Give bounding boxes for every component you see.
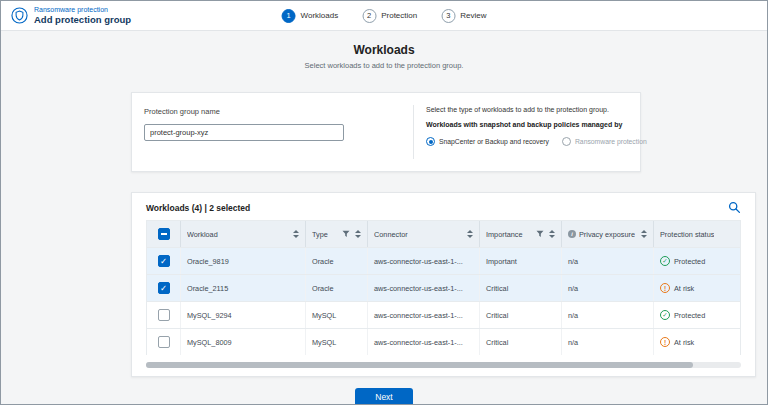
workload-type-prompt: Select the type of workloads to add to t… (426, 106, 628, 113)
table-row[interactable]: MySQL_9294 MySQL aws-connector-us-east-1… (147, 301, 740, 328)
connector-cell: aws-connector-us-east-1-... (368, 329, 480, 355)
privacy-exposure-cell: n/a (562, 329, 654, 355)
column-header-workload: Workload (181, 221, 306, 247)
protection-status-cell: Protected (654, 302, 740, 328)
privacy-exposure-cell: n/a (562, 275, 654, 301)
privacy-exposure-cell: n/a (562, 248, 654, 274)
radio-label: SnapCenter or Backup and recovery (439, 138, 549, 145)
protection-group-name-label: Protection group name (144, 107, 401, 116)
select-all-checkbox[interactable] (158, 228, 170, 240)
main-content: Workloads Select workloads to add to the… (1, 31, 767, 405)
type-cell: Oracle (306, 248, 368, 274)
step-2-label: Protection (381, 11, 417, 20)
row-checkbox[interactable] (158, 255, 170, 267)
importance-cell: Critical (480, 329, 562, 355)
workloads-table: Workload Type Connector Importance (146, 220, 741, 355)
sort-icon[interactable] (549, 230, 555, 238)
select-all-cell (147, 221, 181, 247)
connector-cell: aws-connector-us-east-1-... (368, 302, 480, 328)
footer: Next (1, 388, 767, 405)
workload-cell: MySQL_8009 (181, 329, 306, 355)
protection-status-cell: At risk (654, 275, 740, 301)
radio-label: Ransomware protection (575, 138, 647, 145)
table-toolbar: Workloads (4) | 2 selected (132, 193, 755, 220)
connector-cell: aws-connector-us-east-1-... (368, 275, 480, 301)
column-header-protection-status: Protection status (654, 221, 740, 247)
next-button[interactable]: Next (355, 388, 412, 405)
row-checkbox[interactable] (158, 309, 170, 321)
row-checkbox[interactable] (158, 336, 170, 348)
app-title: Ransomware protection (34, 6, 131, 14)
protected-icon (660, 256, 670, 266)
protected-icon (660, 310, 670, 320)
page-title: Add protection group (34, 14, 131, 25)
at-risk-icon (660, 283, 670, 293)
table-row[interactable]: MySQL_8009 MySQL aws-connector-us-east-1… (147, 328, 740, 355)
workloads-table-card: Workloads (4) | 2 selected Workload Type (131, 192, 756, 377)
table-row[interactable]: Oracle_2115 Oracle aws-connector-us-east… (147, 274, 740, 301)
radio-button (562, 137, 571, 146)
sort-icon[interactable] (355, 230, 361, 238)
type-cell: MySQL (306, 302, 368, 328)
status-label: At risk (674, 338, 694, 347)
privacy-exposure-cell: n/a (562, 302, 654, 328)
workload-type-section: Select the type of workloads to add to t… (414, 105, 628, 159)
radio-ransomware-protection[interactable]: Ransomware protection (562, 137, 647, 146)
workload-cell: MySQL_9294 (181, 302, 306, 328)
protection-status-cell: Protected (654, 248, 740, 274)
status-label: Protected (674, 311, 705, 320)
managed-by-radio-group: SnapCenter or Backup and recovery Ransom… (426, 137, 628, 146)
section-subtitle: Select workloads to add to the protectio… (1, 61, 767, 70)
type-cell: MySQL (306, 329, 368, 355)
table-row[interactable]: Oracle_9819 Oracle aws-connector-us-east… (147, 247, 740, 274)
step-3-label: Review (460, 11, 486, 20)
workload-cell: Oracle_2115 (181, 275, 306, 301)
filter-icon[interactable] (342, 230, 350, 238)
scrollbar-thumb[interactable] (146, 362, 693, 368)
step-3-circle: 3 (441, 9, 455, 23)
radio-snapcenter-backup-recovery[interactable]: SnapCenter or Backup and recovery (426, 137, 549, 146)
step-workloads[interactable]: 1 Workloads (282, 9, 339, 23)
at-risk-icon (660, 337, 670, 347)
sort-icon[interactable] (293, 230, 299, 238)
managed-by-label: Workloads with snapshot and backup polic… (426, 121, 628, 128)
column-header-importance: Importance (480, 221, 562, 247)
stepper: 1 Workloads 2 Protection 3 Review (282, 1, 487, 30)
column-header-connector: Connector (368, 221, 480, 247)
connector-cell: aws-connector-us-east-1-... (368, 248, 480, 274)
column-header-type: Type (306, 221, 368, 247)
step-protection[interactable]: 2 Protection (362, 9, 417, 23)
table-summary: Workloads (4) | 2 selected (146, 203, 250, 213)
protection-group-name-input[interactable] (144, 124, 344, 141)
step-2-circle: 2 (362, 9, 376, 23)
status-label: Protected (674, 257, 705, 266)
importance-cell: Critical (480, 275, 562, 301)
workload-cell: Oracle_9819 (181, 248, 306, 274)
step-1-label: Workloads (301, 11, 339, 20)
top-bar: Ransomware protection Add protection gro… (1, 1, 767, 31)
filter-icon[interactable] (536, 230, 544, 238)
title-block: Ransomware protection Add protection gro… (34, 6, 131, 25)
radio-button (426, 137, 435, 146)
horizontal-scrollbar[interactable] (146, 362, 741, 368)
protection-group-form-card: Protection group name Select the type of… (131, 92, 641, 172)
type-cell: Oracle (306, 275, 368, 301)
row-checkbox[interactable] (158, 282, 170, 294)
column-header-privacy-exposure: Privacy exposure (562, 221, 654, 247)
info-icon[interactable] (568, 230, 576, 238)
table-header-row: Workload Type Connector Importance (147, 221, 740, 247)
add-protection-group-screen: Ransomware protection Add protection gro… (0, 0, 768, 405)
sort-icon[interactable] (467, 230, 473, 238)
step-review[interactable]: 3 Review (441, 9, 486, 23)
section-title: Workloads (1, 43, 767, 57)
importance-cell: Critical (480, 302, 562, 328)
step-1-circle: 1 (282, 9, 296, 23)
importance-cell: Important (480, 248, 562, 274)
brand: Ransomware protection Add protection gro… (11, 6, 131, 25)
sort-icon[interactable] (641, 230, 647, 238)
protection-status-cell: At risk (654, 329, 740, 355)
status-label: At risk (674, 284, 694, 293)
search-icon[interactable] (728, 201, 741, 214)
ransomware-protection-icon (11, 7, 28, 24)
group-name-section: Protection group name (144, 105, 414, 159)
